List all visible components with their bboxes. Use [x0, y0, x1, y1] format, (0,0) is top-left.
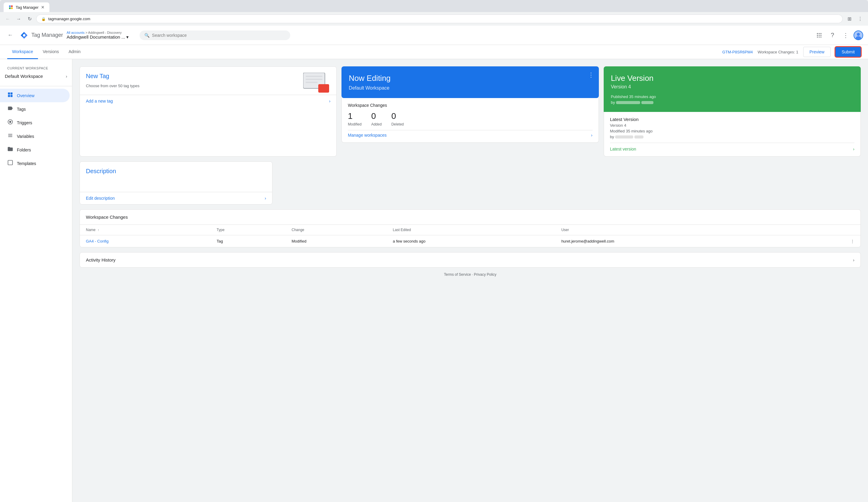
svg-rect-1: [11, 6, 13, 7]
now-editing-title: Now Editing: [349, 74, 591, 83]
help-icon-button[interactable]: ?: [827, 30, 838, 41]
search-icon: 🔍: [144, 33, 149, 38]
added-label: Added: [371, 122, 382, 127]
row-last-edited: a few seconds ago: [387, 235, 555, 248]
browser-toolbar: ← → ↻ 🔒 tagmanager.google.com ⊞ ⋮: [0, 12, 868, 26]
sub-nav-right: GTM-P8SR6PM4 Workspace Changes: 1 Previe…: [722, 47, 861, 57]
more-button[interactable]: ⋮: [856, 15, 865, 23]
reload-button[interactable]: ↻: [25, 15, 34, 23]
activity-header[interactable]: Activity History ›: [80, 252, 860, 267]
svg-rect-27: [306, 79, 322, 80]
nav-back-button[interactable]: ←: [5, 30, 16, 41]
sidebar-item-label: Folders: [17, 148, 31, 152]
now-editing-more-button[interactable]: ⋮: [588, 71, 594, 79]
latest-version-card: Latest Version Version 4 Modified 35 min…: [604, 112, 861, 157]
sidebar-item-templates[interactable]: Templates: [0, 157, 70, 170]
deleted-count: 0: [391, 111, 404, 121]
footer: Terms of Service · Privacy Policy: [80, 268, 861, 281]
new-tag-description: Choose from over 50 tag types: [86, 83, 245, 89]
sub-nav: Workspace Versions Admin GTM-P8SR6PM4 Wo…: [0, 45, 868, 59]
wc-stats: 1 Modified 0 Added 0 Deleted: [348, 111, 592, 127]
privacy-link[interactable]: Privacy Policy: [474, 272, 496, 277]
chevron-right-icon: ›: [591, 133, 592, 138]
new-tag-title: New Tag: [86, 73, 330, 80]
search-input[interactable]: [152, 33, 286, 38]
sidebar-item-label: Overview: [17, 93, 34, 98]
address-bar[interactable]: 🔒 tagmanager.google.com: [36, 14, 843, 23]
preview-button[interactable]: Preview: [803, 47, 831, 57]
row-type: Tag: [211, 235, 286, 248]
manage-workspaces-action[interactable]: Manage workspaces ›: [348, 130, 592, 138]
published-by: by: [611, 100, 854, 105]
row-name-link[interactable]: GA4 - Config: [86, 239, 108, 243]
sidebar-item-overview[interactable]: Overview: [0, 89, 70, 102]
svg-rect-0: [9, 6, 11, 7]
description-title: Description: [86, 168, 266, 175]
nav-account: All accounts > Addingwell - Discovery Ad…: [66, 31, 129, 40]
apps-icon-button[interactable]: [814, 30, 825, 41]
svg-point-11: [820, 35, 821, 36]
modified-count: 1: [348, 111, 361, 121]
live-version-wrapper: Live Version Version 4 Published 35 minu…: [604, 66, 861, 157]
svg-point-9: [817, 35, 818, 36]
row-more-button[interactable]: ⋮: [800, 235, 860, 248]
wc-stat-modified: 1 Modified: [348, 111, 361, 127]
wc-title: Workspace Changes: [348, 103, 592, 108]
sort-icon: ↑: [98, 228, 99, 232]
svg-point-23: [9, 121, 11, 123]
user-blur-bar-2: [641, 101, 653, 104]
sidebar: CURRENT WORKSPACE Default Workspace › Ov…: [0, 59, 72, 502]
submit-button[interactable]: Submit: [836, 47, 861, 57]
svg-point-16: [857, 33, 860, 36]
avatar[interactable]: [854, 30, 863, 40]
search-bar[interactable]: 🔍: [140, 30, 290, 40]
nav-logo: Tag Manager: [19, 30, 63, 40]
back-button[interactable]: ←: [3, 15, 12, 23]
col-name[interactable]: Name ↑: [80, 225, 211, 235]
forward-button[interactable]: →: [14, 15, 23, 23]
added-count: 0: [371, 111, 382, 121]
apps-icon: [816, 32, 822, 38]
row-user: huret.jerome@addingwell.com: [555, 235, 800, 248]
sidebar-item-folders[interactable]: Folders: [0, 143, 70, 157]
svg-point-13: [818, 37, 819, 37]
latest-version-by: by: [610, 134, 855, 139]
tab-admin[interactable]: Admin: [64, 45, 85, 59]
live-version-version: Version 4: [611, 84, 854, 90]
browser-tab[interactable]: Tag Manager ✕: [3, 2, 50, 12]
more-options-icon-button[interactable]: ⋮: [840, 30, 851, 41]
svg-point-14: [820, 37, 821, 37]
sidebar-item-label: Tags: [17, 107, 26, 112]
terms-link[interactable]: Terms of Service: [444, 272, 471, 277]
live-version-card: Live Version Version 4 Published 35 minu…: [604, 66, 861, 112]
templates-icon: [7, 160, 13, 167]
sidebar-item-tags[interactable]: Tags: [0, 102, 70, 116]
table-row: GA4 - Config Tag Modified a few seconds …: [80, 235, 860, 248]
sidebar-item-variables[interactable]: Variables: [0, 129, 70, 143]
svg-rect-2: [9, 8, 11, 9]
tab-title: Tag Manager: [16, 5, 39, 10]
tab-versions[interactable]: Versions: [38, 45, 64, 59]
second-cards-row: Description Edit description ›: [80, 161, 861, 204]
chevron-right-icon: ›: [329, 99, 331, 103]
tab-close[interactable]: ✕: [41, 5, 45, 10]
svg-rect-3: [11, 8, 13, 9]
user-blur-gray: [615, 135, 633, 139]
tab-workspace[interactable]: Workspace: [7, 45, 38, 59]
changes-section: Workspace Changes Name ↑ Type Change Las…: [80, 209, 861, 248]
col-actions: [800, 225, 860, 235]
add-new-tag-action[interactable]: Add a new tag ›: [80, 95, 336, 107]
col-change: Change: [286, 225, 387, 235]
edit-description-action[interactable]: Edit description ›: [80, 192, 272, 204]
workspace-selector[interactable]: Default Workspace ›: [0, 71, 72, 83]
gtm-id: GTM-P8SR6PM4: [722, 50, 753, 54]
published-info: Published 35 minutes ago: [611, 94, 854, 99]
account-selector[interactable]: Addingwell Documentation ... ▾: [66, 34, 129, 40]
latest-version-action[interactable]: Latest version ›: [610, 143, 855, 151]
cards-row: New Tag Choose from over 50 tag types Ad…: [80, 66, 861, 157]
extensions-button[interactable]: ⊞: [845, 15, 854, 23]
browser-chrome: Tag Manager ✕: [0, 0, 868, 12]
svg-rect-21: [11, 95, 13, 97]
address-text: tagmanager.google.com: [48, 17, 90, 21]
sidebar-item-triggers[interactable]: Triggers: [0, 116, 70, 129]
